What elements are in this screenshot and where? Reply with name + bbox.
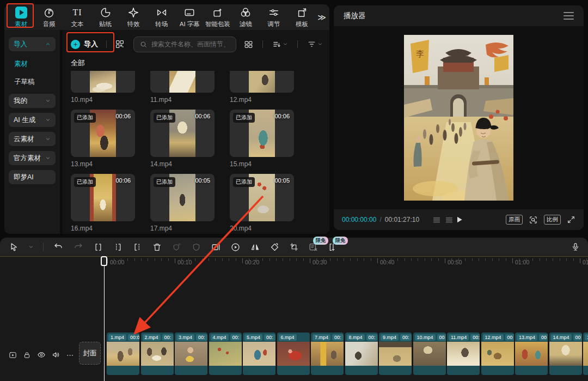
sidebar-item-label: 我的: [14, 96, 45, 106]
ruler-tick: [573, 258, 574, 261]
timeline-clip-11.mp4[interactable]: 11.mp400:: [447, 332, 480, 375]
timeline-clip-15.mp4[interactable]: 15.mp4: [583, 332, 588, 375]
media-card[interactable]: [230, 71, 294, 93]
media-card[interactable]: 已添加00:06: [150, 110, 215, 157]
timeline-clip-13.mp4[interactable]: 13.mp400: [515, 332, 548, 375]
select-tool-chevron[interactable]: [28, 244, 34, 250]
sidebar-item-mine[interactable]: 我的: [9, 94, 56, 108]
media-item: 已添加00:0517.mp4: [150, 174, 215, 232]
import-button[interactable]: 导入: [71, 39, 125, 49]
tool-filters[interactable]: 滤镜: [232, 5, 260, 29]
timeline-clip-2.mp4[interactable]: 2.mp400:: [141, 332, 174, 375]
split-left-button[interactable]: [113, 242, 123, 252]
clip-chips: 6.mp4: [277, 332, 310, 342]
delete-button[interactable]: [152, 242, 162, 252]
original-quality-button[interactable]: 原画: [506, 215, 523, 225]
import-scan-icon[interactable]: [115, 39, 125, 49]
insert-button[interactable]: 限免: [328, 242, 338, 252]
transition-icon: [156, 7, 168, 19]
adjust-icon: [268, 7, 280, 19]
menu-icon[interactable]: [564, 12, 574, 20]
clip-name-chip: 6.mp4: [279, 334, 297, 341]
sidebar-item-jimeng-ai[interactable]: 即梦AI: [9, 170, 56, 184]
clear-captions-button[interactable]: 限免: [308, 242, 318, 252]
clip-name-chip: 2.mp4: [143, 334, 161, 341]
focus-icon[interactable]: [529, 215, 538, 225]
sidebar-item-material[interactable]: 素材: [14, 59, 60, 69]
filter-control[interactable]: [307, 40, 323, 49]
ruler-tick: [175, 258, 175, 263]
tool-transition[interactable]: 转场: [148, 5, 175, 29]
media-item: 12.mp4: [230, 71, 294, 104]
time-ruler[interactable]: 00:0000:1000:2000:3000:4000:5001:0001:10: [82, 257, 588, 270]
tool-text[interactable]: TI文本: [64, 5, 91, 29]
crop-button[interactable]: [289, 242, 299, 252]
mirror-button[interactable]: [250, 242, 260, 252]
ruler-tick: [202, 258, 203, 261]
fullscreen-icon[interactable]: [567, 215, 575, 224]
timeline-clip-7.mp4[interactable]: 7.mp400:: [311, 332, 344, 375]
tool-adjust[interactable]: 调节: [260, 5, 287, 29]
undo-button[interactable]: [53, 241, 64, 252]
search-box[interactable]: [133, 37, 236, 52]
ratio-button[interactable]: 比例: [544, 215, 561, 225]
sidebar-item-sub-draft[interactable]: 子草稿: [14, 77, 60, 87]
media-card[interactable]: 已添加00:05: [230, 174, 294, 221]
tool-template[interactable]: 模板: [289, 5, 316, 29]
speed-button[interactable]: [230, 242, 241, 252]
media-card[interactable]: 已添加00:05: [150, 174, 215, 221]
timeline-clip-10.mp4[interactable]: 10.mp400: [413, 332, 446, 375]
sidebar-item-cloud-material[interactable]: 云素材: [9, 132, 56, 146]
adjust-icon-wrap: [268, 7, 280, 19]
frame-forward-icon[interactable]: [445, 215, 454, 224]
sidebar-item-official-material[interactable]: 官方素材: [9, 151, 56, 165]
select-tool[interactable]: [9, 242, 19, 252]
split-button[interactable]: [93, 242, 103, 252]
media-card[interactable]: 已添加00:06: [230, 110, 294, 157]
play-button[interactable]: [454, 215, 464, 225]
cover-button[interactable]: 封面: [79, 342, 101, 365]
timeline-clip-14.mp4[interactable]: 14.mp400: [549, 332, 582, 375]
ruler-tick: [222, 258, 223, 261]
sidebar-item-import[interactable]: 导入: [9, 37, 56, 51]
ruler-tick: [350, 258, 351, 261]
timeline-clip-1.mp4[interactable]: 1.mp400:0: [107, 332, 139, 375]
tool-sticker[interactable]: 贴纸: [92, 5, 119, 29]
tool-audio[interactable]: 音频: [36, 5, 63, 29]
tool-smart-pack[interactable]: 智能包装: [204, 5, 231, 29]
track-more-icon[interactable]: ⋯: [66, 351, 74, 359]
tool-ai-captions[interactable]: AI 字幕: [176, 5, 203, 29]
timeline-clip-12.mp4[interactable]: 12.mp400: [481, 332, 514, 375]
clip-chips: 13.mp400: [515, 332, 548, 342]
record-mic-button[interactable]: [571, 242, 580, 252]
frame-back-icon[interactable]: [432, 215, 441, 224]
smart-mask-button[interactable]: AI: [171, 242, 182, 252]
media-card[interactable]: 已添加00:06: [71, 174, 135, 221]
tool-media[interactable]: 素材: [8, 5, 35, 29]
mask-button[interactable]: [191, 242, 201, 252]
timeline-clip-9.mp4[interactable]: 9.mp400:: [379, 332, 412, 375]
rotate-button[interactable]: [270, 242, 280, 252]
overlay-button[interactable]: [211, 242, 221, 252]
lock-icon[interactable]: [23, 351, 31, 359]
player-controls: 00:00:00:00 / 00:01:27:10 原画 比例: [334, 209, 584, 230]
sidebar-item-ai-generate[interactable]: AI 生成: [9, 113, 56, 127]
grid-view-icon[interactable]: [244, 40, 253, 49]
media-card[interactable]: 已添加00:06: [71, 110, 135, 157]
media-card[interactable]: [71, 71, 135, 93]
timeline-clip-6.mp4[interactable]: 6.mp4: [277, 332, 310, 375]
timeline-clip-8.mp4[interactable]: 8.mp400:: [345, 332, 378, 375]
speaker-icon[interactable]: [52, 350, 60, 359]
clip-duration-chip: 00:: [400, 334, 412, 341]
media-card[interactable]: [150, 71, 215, 93]
toolbar-more-icon[interactable]: ≫: [317, 13, 325, 22]
eye-icon[interactable]: [37, 350, 46, 359]
search-input[interactable]: [151, 40, 230, 48]
split-right-button[interactable]: [132, 242, 143, 252]
timeline-clip-3.mp4[interactable]: 3.mp400:: [175, 332, 207, 375]
timeline-clip-4.mp4[interactable]: 4.mp400:: [209, 332, 242, 375]
timeline-clip-5.mp4[interactable]: 5.mp400:: [243, 332, 275, 375]
tool-effects[interactable]: 特效: [120, 5, 147, 29]
sort-control[interactable]: [272, 40, 288, 49]
redo-button[interactable]: [73, 241, 84, 252]
